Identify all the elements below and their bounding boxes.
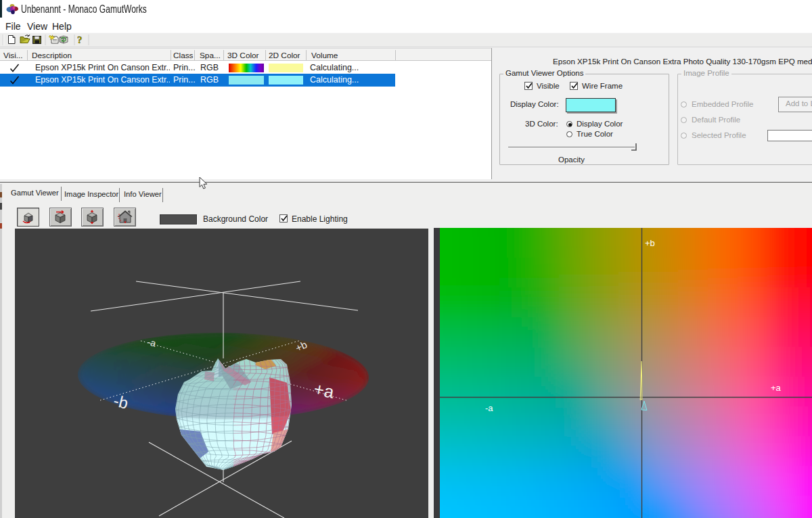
svg-text:-a: -a bbox=[485, 403, 493, 413]
svg-text:+b: +b bbox=[645, 238, 655, 248]
svg-text:?: ? bbox=[77, 34, 83, 45]
svg-text:+a: +a bbox=[312, 379, 336, 402]
svg-text:+a: +a bbox=[771, 383, 782, 393]
